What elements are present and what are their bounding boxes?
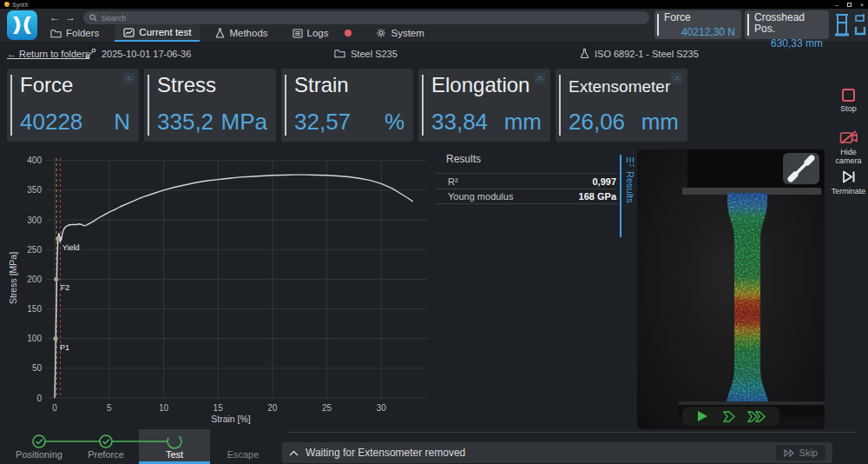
marker-yield [56, 236, 60, 241]
minimize-icon[interactable]: – [835, 2, 838, 8]
tab-label: Logs [307, 28, 329, 38]
window-title: SyntX [12, 2, 29, 8]
step-done-circle [33, 435, 45, 447]
live-metric-cards: -T- Force 40228N -T- Stress 335,2MPa -T-… [7, 69, 687, 142]
crosshead-live-panel[interactable]: Crosshead Pos. 630,33 mm [745, 10, 829, 39]
folder-name-label: Steel S235 [351, 49, 398, 59]
y-tick-label: 300 [27, 215, 42, 225]
close-icon[interactable]: × [860, 2, 864, 8]
folder-icon [50, 29, 62, 38]
test-timestamp: 2025-10-01 17-06-36 [85, 42, 191, 65]
x-tick-label: 0 [52, 403, 57, 413]
grips-control-icon[interactable] [853, 12, 867, 38]
metric-card-force: -T- Force 40228N [7, 69, 139, 142]
step-label-positioning[interactable]: Positioning [16, 449, 62, 460]
logo-x-icon [7, 10, 37, 40]
terminate-button[interactable]: Terminate [829, 169, 868, 196]
tare-icon[interactable]: -T- [122, 73, 135, 84]
metric-value: 335,2 [157, 109, 214, 136]
search-bar[interactable] [83, 11, 649, 24]
search-input[interactable] [102, 14, 643, 23]
step-label-escape[interactable]: Escape [227, 449, 260, 460]
tab-label: Folders [66, 28, 99, 38]
status-message: Waiting for Extensometer removed [306, 447, 465, 459]
logs-icon [293, 29, 303, 38]
x-tick-label: 20 [267, 403, 278, 413]
stress-strain-chart[interactable]: 050100150200250300350400051015202530Yiel… [7, 149, 434, 428]
tare-icon[interactable]: -T- [671, 73, 683, 84]
y-tick-label: 400 [27, 156, 42, 165]
metric-value: 33,84 [431, 109, 488, 136]
folder-icon [334, 49, 345, 58]
x-tick-label: 5 [107, 403, 112, 413]
marker-label-yield: Yield [62, 243, 80, 252]
step-done-circle [100, 435, 112, 447]
results-list-icon [625, 156, 635, 167]
y-axis-label: Stress [MPa] [8, 252, 18, 304]
metric-unit: N [114, 109, 130, 136]
result-value: 0,997 [592, 176, 616, 187]
force-live-panel[interactable]: Force 40212,30 N [654, 10, 741, 39]
folder-breadcrumb[interactable]: Steel S235 [334, 42, 398, 65]
terminate-label: Terminate [832, 187, 866, 196]
results-dock-tab[interactable]: Results [620, 155, 639, 237]
y-tick-label: 50 [32, 363, 43, 373]
camera-view [637, 149, 825, 429]
x-tick-label: 10 [159, 403, 169, 413]
link-chain-icon [85, 48, 96, 59]
force-panel-value: 40212,30 N [661, 26, 735, 38]
crosshead-panel-label: Crosshead Pos. [752, 12, 823, 35]
tare-icon[interactable]: -T- [534, 73, 546, 84]
results-panel: Results R² 0,997 Young modulus 168 GPa [436, 153, 618, 204]
test-stepper: Positioning Preforce Test Escape [0, 429, 286, 464]
result-name: R² [448, 176, 458, 187]
return-to-folders-link[interactable]: ← Return to folders [7, 42, 89, 65]
stress-strain-curve [55, 175, 413, 398]
step-label-test[interactable]: Test [166, 449, 183, 460]
maximize-icon[interactable] [847, 3, 852, 7]
hide-camera-button[interactable]: Hide camera [829, 130, 868, 165]
tab-logs[interactable]: Logs [284, 24, 361, 42]
step-label-preforce[interactable]: Preforce [88, 449, 124, 460]
tab-methods[interactable]: Methods [207, 24, 276, 42]
metric-value: 32,57 [294, 109, 351, 136]
tab-label: Current test [139, 27, 191, 37]
app-logo[interactable] [7, 10, 37, 40]
search-icon [89, 14, 97, 22]
forward-arrow-icon[interactable]: → [65, 11, 76, 23]
force-panel-label: Force [661, 12, 735, 23]
camera-off-icon [839, 130, 858, 145]
marker-label-f2: F2 [61, 283, 70, 292]
tab-folders[interactable]: Folders [42, 24, 108, 42]
x-tick-label: 25 [322, 403, 332, 413]
status-divider [286, 432, 858, 433]
infobar: ← Return to folders 2025-10-01 17-06-36 … [0, 42, 829, 65]
tab-system[interactable]: System [367, 24, 432, 42]
machine-frame-icon[interactable] [834, 12, 850, 38]
chart-icon [123, 28, 135, 37]
skip-icon [784, 449, 795, 457]
result-value: 168 GPa [579, 191, 616, 202]
skip-to-end-icon [841, 169, 857, 184]
tab-label: System [391, 28, 424, 38]
y-tick-label: 200 [27, 275, 42, 284]
x-tick-label: 30 [377, 403, 387, 413]
metric-label: Strain [294, 73, 349, 97]
chevron-up-icon[interactable] [289, 450, 299, 456]
back-arrow-icon[interactable]: ← [49, 11, 60, 23]
metric-value: 26,06 [569, 109, 625, 136]
metric-unit: mm [641, 109, 679, 136]
marker-p1 [53, 336, 57, 341]
stop-button[interactable]: Stop [829, 89, 868, 113]
tab-bar: Folders Current test Methods Logs [42, 24, 433, 42]
metric-label: Elongation [431, 73, 529, 97]
tab-current-test[interactable]: Current test [115, 24, 200, 42]
marker-f2 [54, 277, 58, 282]
step-active-spinner [168, 434, 181, 448]
y-tick-label: 250 [27, 245, 42, 255]
method-breadcrumb[interactable]: ISO 6892-1 - Steel S235 [580, 42, 699, 65]
skip-label: Skip [799, 447, 818, 458]
metric-unit: mm [504, 109, 542, 136]
skip-button[interactable]: Skip [776, 445, 825, 461]
flask-icon [215, 28, 225, 38]
